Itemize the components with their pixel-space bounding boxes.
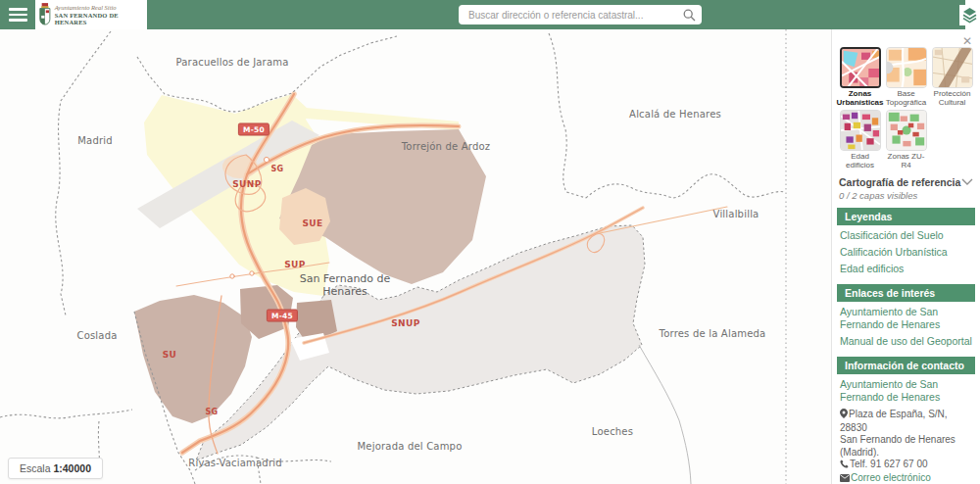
reference-cartography-section[interactable]: Cartografía de referencia 0 / 2 capas vi… xyxy=(837,176,975,201)
geoportal-app: Ayuntamiento Real Sitio SAN FERNANDO DE … xyxy=(0,0,980,484)
road-badge: M-50 xyxy=(238,123,270,136)
layers-toggle-button[interactable] xyxy=(959,5,980,25)
close-panel-icon[interactable]: ✕ xyxy=(962,35,972,47)
zone-label: SU xyxy=(163,350,177,360)
basemap-thumb-zonas-urbanisticas[interactable]: Zonas Urbanísticas xyxy=(837,47,883,107)
basemap-label: Protección Cultural xyxy=(929,90,975,107)
contact-email-line: Correo electrónico xyxy=(840,472,972,484)
center-city-line1: San Fernando de xyxy=(281,272,409,285)
zone-label: SG xyxy=(205,408,218,416)
basemap-thumb-zonas-zu-r4[interactable]: Zonas ZU-R4 xyxy=(883,110,929,169)
search-input[interactable] xyxy=(466,9,683,22)
coat-of-arms-icon xyxy=(38,2,52,27)
road-badge: M-45 xyxy=(267,310,298,322)
address-line1-text: Plaza de España, S/N, 28830 xyxy=(840,409,948,433)
map-place-label: Rivas-Vaciamadrid xyxy=(188,458,281,468)
zone-label: SUNP xyxy=(232,179,262,189)
basemap-label: Base Topográfica xyxy=(883,90,929,107)
zonas-zu-r4-preview xyxy=(887,111,926,150)
map-place-label: Torres de la Alameda xyxy=(660,328,766,339)
menu-hamburger-button[interactable] xyxy=(0,0,35,29)
basemap-thumb-base-topografica[interactable]: Base Topográfica xyxy=(883,47,929,107)
link-ayuntamiento[interactable]: Ayuntamiento de San Fernando de Henares xyxy=(837,304,975,333)
chevron-down-icon[interactable] xyxy=(961,178,973,186)
scale-indicator: Escala 1:40000 xyxy=(8,458,103,479)
phone-icon xyxy=(840,460,849,472)
link-manual-geoportal[interactable]: Manual de uso del Geoportal xyxy=(837,333,975,350)
map-place-label: Loeches xyxy=(592,426,633,437)
interest-links-section-header: Enlaces de interés xyxy=(837,284,975,302)
map-vector-layer xyxy=(0,29,831,484)
basemap-selector: Zonas Urbanísticas Base Topográfica xyxy=(837,47,975,169)
zone-label: SG xyxy=(270,165,283,173)
river-line xyxy=(639,345,691,484)
proteccion-cultural-preview xyxy=(933,48,972,87)
legend-link-calificacion-urbanistica[interactable]: Calificación Urbanística xyxy=(837,244,975,261)
map-place-label: Torrejón de Ardoz xyxy=(402,141,491,152)
map-canvas[interactable]: Paracuellos de Jarama Madrid Torrejón de… xyxy=(0,29,831,484)
map-place-label: Paracuellos de Jarama xyxy=(175,57,288,68)
email-link[interactable]: Correo electrónico xyxy=(851,472,931,483)
search-bar xyxy=(459,5,702,24)
location-pin-icon xyxy=(840,409,848,422)
layers-icon xyxy=(961,7,978,24)
search-icon[interactable] xyxy=(683,9,696,22)
basemap-label: Zonas ZU-R4 xyxy=(883,153,929,169)
reference-visible-layers: 0 / 2 capas visibles xyxy=(839,190,961,201)
zone-label: SNUP xyxy=(391,318,420,328)
envelope-icon xyxy=(840,473,850,484)
map-place-label: Alcalá de Henares xyxy=(629,109,721,120)
basemap-thumb-edad-edificios[interactable]: Edad edificios xyxy=(837,110,883,169)
map-center-city-label: San Fernando de Henares xyxy=(281,272,409,298)
basemap-label: Edad edificios xyxy=(837,153,883,169)
contact-link-ayuntamiento[interactable]: Ayuntamiento de San Fernando de Henares xyxy=(837,376,975,406)
contact-info-block: Plaza de España, S/N, 28830 San Fernando… xyxy=(837,406,975,484)
logo-title: SAN FERNANDO DE HENARES xyxy=(55,12,144,25)
legend-link-clasificacion-suelo[interactable]: Clasificación del Suelo xyxy=(837,227,975,244)
map-place-label: Coslada xyxy=(76,330,117,341)
center-city-line2: Henares xyxy=(281,285,409,298)
zone-label: SUP xyxy=(284,260,306,269)
edad-edificios-preview xyxy=(841,111,880,150)
phone-text: Telf. 91 627 67 00 xyxy=(850,459,928,469)
legends-section-header: Leyendas xyxy=(837,208,975,225)
legend-link-edad-edificios[interactable]: Edad edificios xyxy=(837,261,975,277)
reference-title: Cartografía de referencia xyxy=(839,176,961,189)
scale-label: Escala xyxy=(20,462,51,474)
layers-panel: ✕ Zonas Urbanísticas xyxy=(831,29,980,484)
base-topografica-preview xyxy=(887,48,926,87)
contact-address-line1: Plaza de España, S/N, 28830 xyxy=(840,409,972,434)
zone-label: SUE xyxy=(302,218,322,228)
logo-subtitle: Ayuntamiento Real Sitio xyxy=(55,4,144,11)
map-place-label: Mejorada del Campo xyxy=(358,441,463,452)
basemap-thumb-proteccion-cultural[interactable]: Protección Cultural xyxy=(929,47,975,107)
zonas-urbanisticas-preview xyxy=(842,49,881,88)
contact-section-header: Información de contacto xyxy=(837,357,975,374)
map-place-label: Villalbilla xyxy=(713,209,760,219)
contact-phone-line: Telf. 91 627 67 00 xyxy=(840,459,972,472)
scale-value: 1:40000 xyxy=(53,462,91,474)
municipality-logo[interactable]: Ayuntamiento Real Sitio SAN FERNANDO DE … xyxy=(35,0,147,29)
map-place-label: Madrid xyxy=(77,135,113,146)
basemap-label: Zonas Urbanísticas xyxy=(836,90,883,107)
contact-address-line2: San Fernando de Henares (Madrid). xyxy=(840,434,972,459)
